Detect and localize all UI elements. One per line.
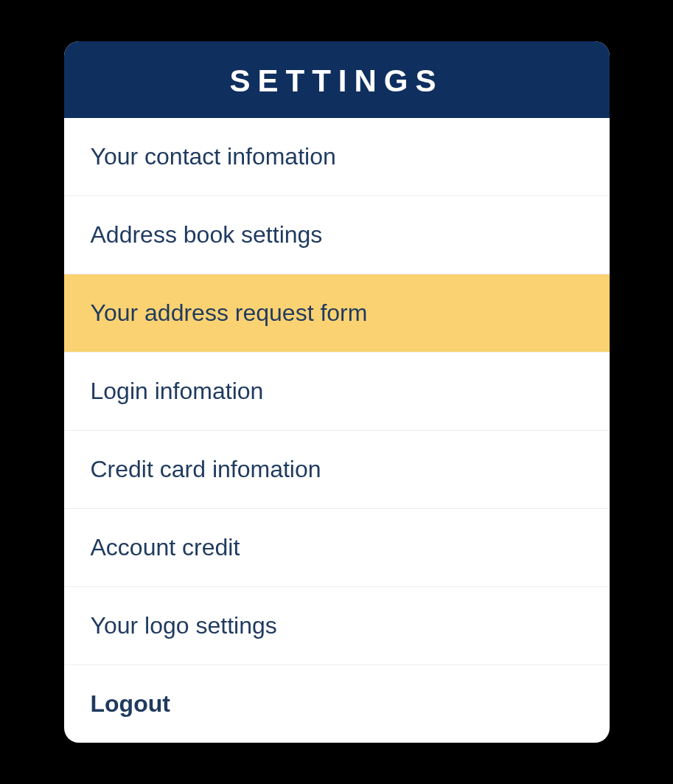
menu-item-label: Address book settings (91, 221, 323, 248)
settings-panel: SETTINGS Your contact infomation Address… (64, 41, 610, 743)
menu-item-logout[interactable]: Logout (64, 665, 610, 743)
settings-header: SETTINGS (64, 41, 610, 118)
menu-item-credit-card-information[interactable]: Credit card infomation (64, 431, 610, 509)
menu-item-label: Login infomation (91, 378, 264, 404)
menu-item-label: Your address request form (91, 299, 368, 326)
menu-item-label: Account credit (91, 534, 240, 561)
menu-item-account-credit[interactable]: Account credit (64, 509, 610, 587)
menu-item-label: Credit card infomation (91, 456, 321, 482)
menu-item-address-book-settings[interactable]: Address book settings (64, 196, 610, 274)
menu-item-label: Your logo settings (91, 612, 277, 639)
menu-item-label: Your contact infomation (91, 143, 336, 170)
menu-item-login-information[interactable]: Login infomation (64, 353, 610, 431)
menu-item-contact-information[interactable]: Your contact infomation (64, 118, 610, 196)
menu-item-label: Logout (91, 690, 170, 717)
menu-item-address-request-form[interactable]: Your address request form (64, 274, 610, 353)
settings-title: SETTINGS (229, 63, 443, 98)
menu-item-logo-settings[interactable]: Your logo settings (64, 587, 610, 665)
